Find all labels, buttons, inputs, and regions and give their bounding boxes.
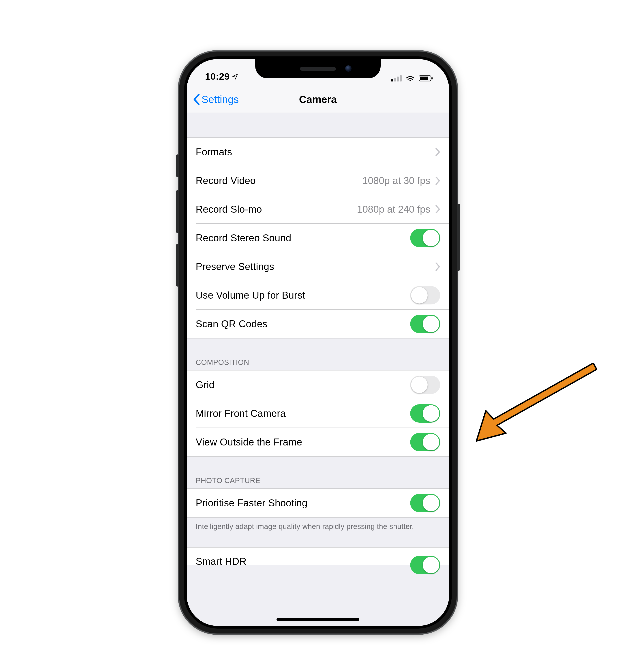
row-label: Scan QR Codes — [196, 318, 268, 329]
settings-rows-photo-capture: Prioritise Faster Shooting — [187, 488, 449, 518]
wifi-icon — [405, 75, 415, 82]
row-volume-burst: Use Volume Up for Burst — [187, 281, 449, 310]
chevron-right-icon — [435, 263, 440, 271]
phone-inner: 10:29 — [184, 57, 452, 628]
notch — [255, 59, 380, 78]
settings-rows-composition: Grid Mirror Front Camera View Outside th… — [187, 370, 449, 457]
toggle-scan-qr[interactable] — [410, 315, 440, 333]
mute-switch — [176, 154, 179, 177]
toggle-volume-burst[interactable] — [410, 286, 440, 304]
row-detail: 1080p at 240 fps — [357, 204, 430, 215]
group-header-composition: COMPOSITION — [187, 358, 449, 370]
chevron-right-icon — [435, 205, 440, 213]
row-label: Use Volume Up for Burst — [196, 290, 305, 301]
settings-content[interactable]: Formats Record Video 1080p at 30 fps — [187, 113, 449, 626]
settings-group-photo-capture: PHOTO CAPTURE Prioritise Faster Shooting… — [187, 476, 449, 532]
annotation-arrow-icon — [472, 363, 607, 452]
speaker-grill — [300, 67, 336, 71]
toggle-mirror-front-camera[interactable] — [410, 404, 440, 423]
toggle-prioritise-faster-shooting[interactable] — [410, 494, 440, 512]
group-header-photo-capture: PHOTO CAPTURE — [187, 476, 449, 488]
row-label: Mirror Front Camera — [196, 408, 286, 419]
row-grid: Grid — [187, 371, 449, 399]
row-record-video[interactable]: Record Video 1080p at 30 fps — [187, 166, 449, 195]
cellular-icon — [391, 75, 402, 81]
phone-frame: 10:29 — [179, 51, 457, 634]
chevron-right-icon — [435, 177, 440, 185]
volume-down-button — [176, 244, 179, 286]
group-footer-photo-capture: Intelligently adapt image quality when r… — [187, 518, 449, 532]
power-button — [457, 204, 460, 271]
row-label: Preserve Settings — [196, 261, 274, 272]
battery-icon — [419, 75, 433, 82]
back-button[interactable]: Settings — [192, 93, 239, 106]
nav-title: Camera — [299, 93, 337, 106]
volume-up-button — [176, 190, 179, 233]
chevron-left-icon — [192, 94, 201, 105]
status-icons — [391, 75, 433, 82]
location-icon — [232, 74, 238, 80]
row-label: Smart HDR — [196, 556, 247, 567]
row-mirror-front-camera: Mirror Front Camera — [187, 399, 449, 428]
settings-rows-general: Formats Record Video 1080p at 30 fps — [187, 138, 449, 339]
settings-group-general: Formats Record Video 1080p at 30 fps — [187, 138, 449, 339]
status-time: 10:29 — [205, 71, 238, 82]
toggle-stereo-sound[interactable] — [410, 229, 440, 247]
toggle-grid[interactable] — [410, 376, 440, 394]
row-prioritise-faster-shooting: Prioritise Faster Shooting — [187, 489, 449, 517]
row-record-slomo[interactable]: Record Slo-mo 1080p at 240 fps — [187, 195, 449, 224]
status-time-text: 10:29 — [205, 71, 230, 82]
front-camera-dot — [345, 65, 352, 72]
row-formats[interactable]: Formats — [187, 138, 449, 166]
back-label: Settings — [202, 93, 239, 106]
row-detail: 1080p at 30 fps — [362, 175, 430, 186]
row-view-outside-frame: View Outside the Frame — [187, 428, 449, 456]
chevron-right-icon — [435, 148, 440, 156]
home-indicator[interactable] — [277, 618, 359, 621]
nav-bar: Settings Camera — [187, 86, 449, 113]
row-stereo-sound: Record Stereo Sound — [187, 224, 449, 252]
svg-rect-2 — [432, 77, 433, 79]
row-scan-qr: Scan QR Codes — [187, 310, 449, 338]
row-label: Prioritise Faster Shooting — [196, 497, 308, 509]
row-label: Record Stereo Sound — [196, 232, 291, 244]
row-label: View Outside the Frame — [196, 437, 302, 448]
settings-group-composition: COMPOSITION Grid Mirror Front Camera Vie… — [187, 358, 449, 457]
row-smart-hdr: Smart HDR — [187, 547, 449, 565]
toggle-view-outside-frame[interactable] — [410, 433, 440, 451]
screen: 10:29 — [187, 59, 449, 626]
row-label: Grid — [196, 379, 215, 390]
row-preserve-settings[interactable]: Preserve Settings — [187, 252, 449, 281]
row-label: Record Slo-mo — [196, 204, 262, 215]
row-label: Formats — [196, 146, 232, 158]
row-label: Record Video — [196, 175, 256, 186]
svg-rect-1 — [420, 77, 428, 80]
toggle-smart-hdr[interactable] — [410, 556, 440, 574]
